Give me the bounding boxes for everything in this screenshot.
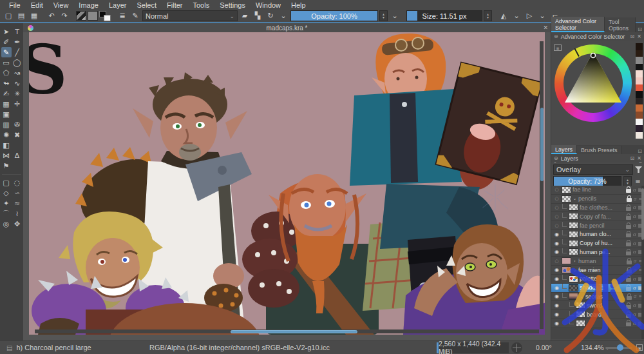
- layer-list-scrollbar[interactable]: [641, 186, 644, 339]
- eraser-mode-button[interactable]: ▰: [239, 10, 251, 21]
- new-document-button[interactable]: ▢: [3, 10, 14, 21]
- float-icon[interactable]: ⊡: [630, 155, 635, 161]
- layer-row-fae-mien[interactable]: ◉⌄fae mienα≡: [551, 266, 644, 275]
- tool-transform[interactable]: ▦: [1, 99, 12, 109]
- menu-help[interactable]: Help: [286, 1, 311, 9]
- vertical-scroll-thumb[interactable]: [540, 108, 544, 181]
- layer-name[interactable]: palette: [580, 275, 625, 282]
- expand-chevron-icon[interactable]: ⌄: [580, 294, 584, 299]
- tab-layers[interactable]: Layers: [551, 145, 577, 154]
- layer-row-seoras[interactable]: ◉⌄seorasα≡: [551, 293, 644, 302]
- tool-ellipse-select[interactable]: ◌: [12, 177, 23, 188]
- alpha-lock-icon[interactable]: α: [634, 258, 637, 264]
- lock-closed-icon[interactable]: [627, 198, 632, 202]
- zoom-fit-button[interactable]: ▣: [636, 344, 643, 351]
- chevron-down-icon[interactable]: ⌄: [511, 10, 522, 21]
- foreground-background-colors[interactable]: [99, 11, 111, 21]
- tool-fill[interactable]: ◧: [1, 140, 12, 150]
- history-swatch[interactable]: [636, 84, 643, 92]
- horizontal-scroll-thumb[interactable]: [231, 330, 357, 333]
- layer-name[interactable]: human pe...: [580, 249, 625, 255]
- visibility-eye-icon[interactable]: ◉: [553, 293, 560, 299]
- layer-thumbnail[interactable]: [569, 213, 578, 220]
- layer-thumbnail[interactable]: [569, 248, 578, 255]
- opacity-slider[interactable]: Opacity: 100%: [290, 10, 378, 21]
- layer-name[interactable]: beard: [587, 311, 625, 318]
- layer-thumbnail[interactable]: [569, 222, 578, 229]
- canvas-rotation-dial[interactable]: [511, 342, 522, 353]
- visibility-eye-icon[interactable]: ◉: [553, 320, 560, 326]
- size-slider[interactable]: Size: 11.51 px: [406, 10, 482, 21]
- layer-thumbnail[interactable]: [562, 266, 571, 273]
- selector-settings-icon[interactable]: ≡: [554, 44, 562, 51]
- zoom-slider[interactable]: [605, 347, 632, 349]
- history-swatch[interactable]: [636, 104, 643, 112]
- tool-rect-select[interactable]: ▢: [1, 177, 12, 188]
- tool-magnetic-select[interactable]: ≀: [12, 208, 23, 219]
- current-brush-label[interactable]: h) Charcoal pencil large: [16, 344, 91, 351]
- lock-open-icon[interactable]: [626, 251, 631, 255]
- lock-open-icon[interactable]: [627, 270, 632, 273]
- layer-list-scroll-thumb[interactable]: [641, 188, 644, 240]
- pattern-chooser[interactable]: [88, 11, 98, 21]
- tool-select-shapes[interactable]: ➤: [1, 26, 12, 37]
- lock-open-icon[interactable]: [626, 207, 631, 211]
- tool-zoom[interactable]: ◎: [1, 219, 12, 229]
- alpha-lock-icon[interactable]: α: [634, 196, 637, 202]
- history-swatch[interactable]: [636, 64, 643, 71]
- layer-thumbnail[interactable]: [569, 284, 578, 291]
- redo-button[interactable]: ↷: [59, 10, 70, 21]
- layer-thumbnail[interactable]: [569, 275, 578, 282]
- tool-ellipse[interactable]: ◯: [12, 57, 23, 68]
- mirror-vertical-button[interactable]: ▷: [524, 10, 535, 21]
- lock-open-icon[interactable]: [626, 314, 631, 318]
- lock-open-icon[interactable]: [626, 278, 631, 282]
- zoom-level-label[interactable]: 134.4%: [581, 344, 604, 351]
- layer-thumbnail[interactable]: [576, 302, 585, 309]
- gradient-chooser[interactable]: [76, 11, 86, 21]
- history-swatch[interactable]: [636, 91, 643, 98]
- history-swatch[interactable]: [636, 70, 643, 77]
- history-swatch[interactable]: [636, 125, 643, 132]
- color-selector-header[interactable]: ⊖ Advanced Color Selector ⊡ ✕: [551, 32, 644, 41]
- tool-line[interactable]: ╱: [12, 47, 23, 57]
- tool-gradient[interactable]: ▥: [1, 119, 12, 130]
- tool-reference-images[interactable]: ⚑: [1, 161, 12, 171]
- tool-freehand-path[interactable]: ∿: [12, 78, 23, 88]
- layer-blending-mode-select[interactable]: Overlay ⌄: [553, 164, 633, 175]
- layer-thumbnail[interactable]: [569, 204, 578, 211]
- lock-open-icon[interactable]: [627, 296, 632, 300]
- blending-mode-select[interactable]: Normal ⌄: [142, 10, 238, 21]
- collapse-icon[interactable]: ⊖: [554, 155, 558, 161]
- alpha-lock-icon[interactable]: α: [633, 231, 636, 237]
- tool-move[interactable]: ✛: [12, 99, 23, 109]
- layer-name[interactable]: seoras: [585, 293, 625, 300]
- visibility-hidden-icon[interactable]: ○: [553, 187, 560, 192]
- layer-row-palette[interactable]: ◉paletteα▦: [551, 275, 644, 284]
- tool-measure[interactable]: ∆: [12, 150, 23, 161]
- layer-name[interactable]: sword: [587, 302, 625, 309]
- zoom-slider-thumb[interactable]: [617, 344, 623, 351]
- lock-open-icon[interactable]: [626, 233, 631, 237]
- layer-name[interactable]: fae mien: [578, 267, 625, 273]
- visibility-eye-icon[interactable]: ◉: [553, 241, 560, 246]
- history-swatch[interactable]: [636, 77, 643, 84]
- collapse-icon[interactable]: ⊖: [554, 34, 558, 39]
- tool-text[interactable]: T: [12, 26, 23, 37]
- tool-contiguous-select[interactable]: ✦: [1, 198, 12, 208]
- lock-open-icon[interactable]: [626, 216, 631, 220]
- layer-row-human-clo-[interactable]: ◉human clo...α▦: [551, 230, 644, 239]
- tool-polyline[interactable]: ↝: [12, 68, 23, 78]
- layer-name[interactable]: shadow 1: [580, 284, 625, 291]
- lock-open-icon[interactable]: [627, 261, 632, 264]
- edit-brush-settings-button[interactable]: ✎: [129, 10, 141, 21]
- layer-row-fae-pencil[interactable]: ○fae pencilα▦: [551, 221, 644, 230]
- layer-row-beard[interactable]: ◉beardα▦: [551, 310, 644, 319]
- tool-rectangle[interactable]: ▭: [1, 57, 12, 68]
- menu-image[interactable]: Image: [73, 1, 104, 9]
- history-swatch[interactable]: [636, 119, 643, 126]
- tool-smart-patch[interactable]: ✖: [12, 130, 23, 140]
- alpha-lock-icon[interactable]: α: [633, 320, 636, 326]
- close-icon[interactable]: ✕: [637, 155, 641, 161]
- menu-view[interactable]: View: [48, 1, 74, 9]
